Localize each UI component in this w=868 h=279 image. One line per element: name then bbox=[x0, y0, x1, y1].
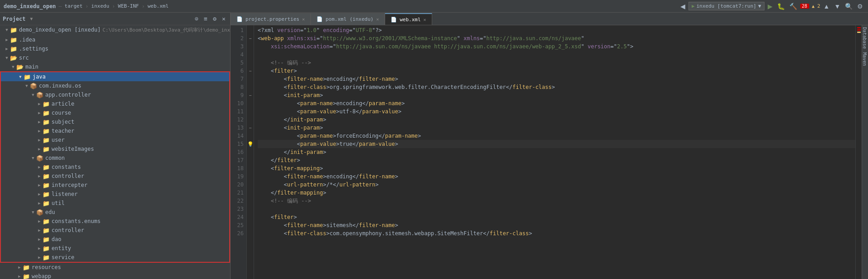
tree-item-service[interactable]: ▶ 📁 service bbox=[1, 253, 229, 262]
tree-item-listener[interactable]: ▶ 📁 listener bbox=[1, 190, 229, 199]
fold-21 bbox=[247, 189, 254, 197]
code-line-16: </init-param> bbox=[258, 148, 855, 156]
listener-arrow: ▶ bbox=[36, 192, 42, 196]
tab-pom-close[interactable]: ✕ bbox=[376, 17, 379, 22]
website-images-arrow: ▶ bbox=[36, 147, 42, 151]
close-sidebar-icon[interactable]: ✕ bbox=[220, 15, 227, 23]
common-icon: 📦 bbox=[36, 155, 43, 161]
code-line-14: <param-name>forceEncoding</param-name> bbox=[258, 132, 855, 140]
fold-6[interactable]: − bbox=[247, 67, 254, 75]
service-label: service bbox=[52, 254, 75, 260]
tree-item-controller-common[interactable]: ▶ 📁 controller bbox=[1, 172, 229, 181]
teacher-icon: 📁 bbox=[42, 128, 50, 134]
tree-item-entity[interactable]: ▶ 📁 entity bbox=[1, 244, 229, 253]
tree-item-intercepter[interactable]: ▶ 📁 intercepter bbox=[1, 181, 229, 190]
tree-item-src[interactable]: ▼ 📂 src bbox=[0, 53, 230, 62]
run-button[interactable]: ▶ bbox=[766, 3, 774, 10]
database-panel-label[interactable]: Database bbox=[862, 25, 868, 51]
fold-13[interactable]: − bbox=[247, 124, 254, 132]
fold-9[interactable]: − bbox=[247, 91, 254, 99]
warn-badge: ▲ bbox=[811, 4, 816, 9]
tab-project-properties[interactable]: 📄 project.properties ✕ bbox=[231, 13, 311, 25]
java-folder-icon: 📁 bbox=[24, 74, 31, 80]
tree-item-dao[interactable]: ▶ 📁 dao bbox=[1, 235, 229, 244]
scroll-error-mark-2 bbox=[857, 29, 861, 31]
fold-11 bbox=[247, 107, 254, 116]
fold-17 bbox=[247, 156, 254, 164]
course-icon: 📁 bbox=[42, 110, 50, 116]
settings-tree-icon[interactable]: ⚙ bbox=[211, 15, 218, 23]
back-button[interactable]: ◀ bbox=[679, 3, 687, 10]
maven-panel-label[interactable]: Maven bbox=[862, 51, 868, 68]
tree-item-settings[interactable]: ▶ 📁 .settings bbox=[0, 44, 230, 53]
controller-common-icon: 📁 bbox=[42, 173, 50, 179]
tab-pom-xml[interactable]: 📄 pom.xml (inxedu) ✕ bbox=[311, 13, 385, 25]
tree-item-com-inxedu[interactable]: ▼ 📦 com.inxedu.os bbox=[1, 81, 229, 90]
breadcrumb-inxedu[interactable]: inxedu bbox=[91, 3, 109, 9]
tree-item-app-controller[interactable]: ▼ 📦 app.controller bbox=[1, 90, 229, 99]
tree-item-edu[interactable]: ▼ 📦 edu bbox=[1, 208, 229, 217]
tree-item-java[interactable]: ▼ 📁 java bbox=[1, 72, 229, 81]
tree-item-constants-enums[interactable]: ▶ 📁 constants.enums bbox=[1, 217, 229, 226]
collapse-all-icon[interactable]: ≡ bbox=[202, 15, 209, 23]
tab-pom-label: pom.xml (inxedu) bbox=[326, 16, 373, 22]
tree-item-idea[interactable]: ▶ 📁 .idea bbox=[0, 35, 230, 44]
debug-button[interactable]: 🐛 bbox=[776, 3, 786, 10]
breadcrumb-sep3: › bbox=[112, 3, 115, 9]
tree-item-resources[interactable]: ▶ 📁 resources bbox=[0, 263, 230, 272]
bulb-icon[interactable]: 💡 bbox=[247, 141, 254, 147]
app-controller-icon: 📦 bbox=[36, 92, 43, 98]
settings-label: .settings bbox=[19, 46, 48, 52]
idea-arrow: ▶ bbox=[4, 37, 10, 42]
locate-icon[interactable]: ⊙ bbox=[193, 15, 200, 23]
tab-props-icon: 📄 bbox=[236, 16, 243, 22]
code-line-17: </filter> bbox=[258, 156, 855, 164]
down-nav-button[interactable]: ▼ bbox=[833, 3, 842, 10]
tab-xml-close[interactable]: ✕ bbox=[424, 17, 426, 22]
tab-bar: 📄 project.properties ✕ 📄 pom.xml (inxedu… bbox=[231, 13, 868, 25]
tree-item-course[interactable]: ▶ 📁 course bbox=[1, 108, 229, 117]
project-root-item[interactable]: ▼ 📁 demo_inxedu_open [inxedu] C:\Users\B… bbox=[0, 25, 230, 34]
tree-item-webapp[interactable]: ▶ 📁 webapp bbox=[0, 272, 230, 279]
tree-item-common[interactable]: ▼ 📦 common bbox=[1, 153, 229, 163]
scroll-overview[interactable] bbox=[855, 25, 862, 279]
build-button[interactable]: 🔨 bbox=[788, 3, 798, 10]
code-line-13: <init-param> bbox=[258, 124, 855, 132]
controller-common-label: controller bbox=[52, 173, 84, 179]
fold-2[interactable]: − bbox=[247, 34, 254, 42]
common-arrow: ▼ bbox=[30, 156, 36, 160]
tab-web-xml[interactable]: 📄 web.xml ✕ bbox=[385, 13, 432, 25]
fold-7 bbox=[247, 75, 254, 83]
tree-item-subject[interactable]: ▶ 📁 subject bbox=[1, 117, 229, 126]
breadcrumb-file[interactable]: web.xml bbox=[147, 3, 168, 9]
run-config-dropdown[interactable]: ▶ inxedu [tomcat7:run] ▼ bbox=[689, 2, 764, 10]
tree-item-constants[interactable]: ▶ 📁 constants bbox=[1, 163, 229, 172]
dropdown-icon: ▼ bbox=[30, 16, 33, 21]
up-nav-button[interactable]: ▲ bbox=[822, 3, 831, 10]
tree-item-website-images[interactable]: ▶ 📁 websiteImages bbox=[1, 144, 229, 153]
right-panels: Database Maven bbox=[862, 25, 868, 279]
constants-enums-label: constants.enums bbox=[52, 218, 100, 224]
tree-item-main[interactable]: ▼ 📂 main bbox=[0, 62, 230, 71]
settings-button[interactable]: ⚙ bbox=[856, 3, 864, 10]
tree-item-teacher[interactable]: ▶ 📁 teacher bbox=[1, 126, 229, 135]
app-controller-arrow: ▼ bbox=[30, 93, 36, 97]
tree-item-util[interactable]: ▶ 📁 util bbox=[1, 199, 229, 208]
code-area[interactable]: <?xml version="1.0" encoding="UTF-8"?> <… bbox=[254, 25, 855, 279]
breadcrumb-target[interactable]: target bbox=[65, 3, 83, 9]
code-line-4 bbox=[258, 51, 855, 59]
tree-item-user[interactable]: ▶ 📁 user bbox=[1, 135, 229, 144]
search-button[interactable]: 🔍 bbox=[844, 3, 854, 10]
app-controller-label: app.controller bbox=[45, 92, 91, 98]
breadcrumb-webinf[interactable]: WEB-INF bbox=[118, 3, 139, 9]
tree-item-article[interactable]: ▶ 📁 article bbox=[1, 99, 229, 108]
code-line-11: <param-value>utf-8</param-value> bbox=[258, 107, 855, 116]
code-line-1: <?xml version="1.0" encoding="UTF-8"?> bbox=[258, 26, 855, 34]
top-bar-right: ◀ ▶ inxedu [tomcat7:run] ▼ ▶ 🐛 🔨 28 ▲ 2 … bbox=[679, 2, 864, 10]
course-label: course bbox=[52, 110, 71, 116]
tree-item-controller-edu[interactable]: ▶ 📁 controller bbox=[1, 226, 229, 235]
subject-label: subject bbox=[52, 119, 75, 125]
common-label: common bbox=[45, 155, 65, 161]
idea-label: .idea bbox=[19, 37, 35, 43]
tab-props-close[interactable]: ✕ bbox=[302, 17, 305, 22]
